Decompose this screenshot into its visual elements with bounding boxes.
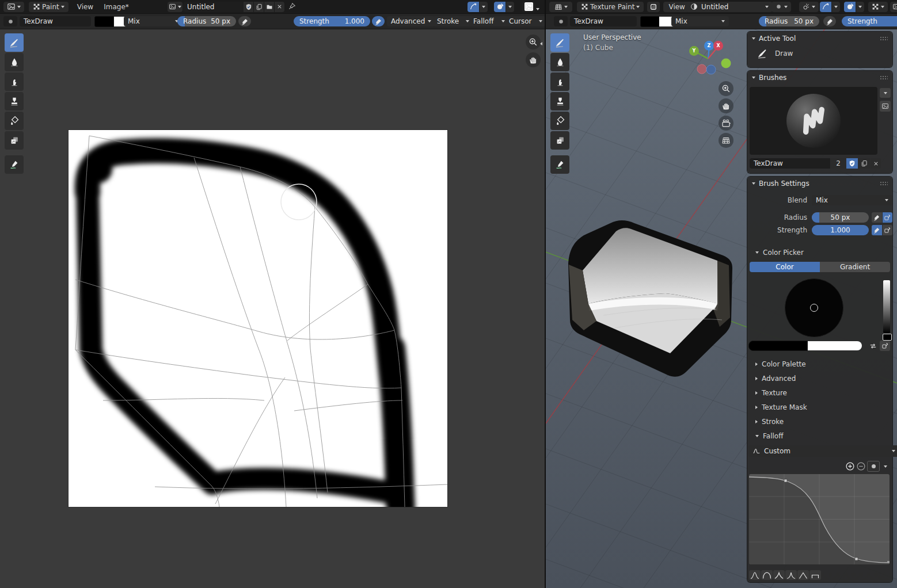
- radius-slider[interactable]: Radius 50 px: [177, 16, 236, 26]
- display-mode-button[interactable]: [771, 2, 791, 12]
- primary-color-swatch[interactable]: [94, 16, 114, 27]
- color-wheel-cursor[interactable]: [810, 304, 818, 312]
- secondary-color-swatch[interactable]: [808, 341, 862, 350]
- brush-fake-user-button[interactable]: [846, 158, 858, 169]
- viewport-ortho-button[interactable]: [719, 133, 733, 148]
- gizmo-x-neg[interactable]: [697, 64, 706, 74]
- falloff-preset-sharp[interactable]: [785, 570, 797, 580]
- brush-image-button[interactable]: [880, 101, 891, 112]
- strength-pressure-pen-button[interactable]: [872, 225, 881, 235]
- open-image-button[interactable]: [264, 2, 274, 12]
- unlink-image-button[interactable]: [275, 2, 284, 12]
- interaction-mode-select[interactable]: Texture Paint: [577, 2, 644, 12]
- gizmo-x-ball[interactable]: X: [713, 41, 723, 51]
- strength-slider[interactable]: Strength 1.000: [842, 16, 897, 26]
- brush-duplicate-button[interactable]: [858, 158, 870, 169]
- rotation-snap-toggle[interactable]: [844, 2, 856, 12]
- curve-point-end[interactable]: [887, 561, 890, 563]
- tool-mask[interactable]: [5, 131, 24, 150]
- falloff-preset-root[interactable]: [773, 570, 785, 580]
- advanced-popover[interactable]: Advanced: [387, 16, 435, 26]
- gizmo-y-ball[interactable]: Y: [689, 46, 699, 56]
- browse-image-button[interactable]: [168, 2, 183, 12]
- strength-pressure-button[interactable]: [372, 16, 385, 26]
- radius-pressure-button[interactable]: [823, 16, 836, 26]
- image-display-dropdown[interactable]: [536, 4, 539, 12]
- viewport-camera-button[interactable]: [719, 116, 733, 131]
- radius-slider[interactable]: 50 px: [812, 212, 869, 223]
- tab-gradient[interactable]: Gradient: [820, 262, 890, 272]
- brush-settings-header[interactable]: Brush Settings: [747, 177, 892, 190]
- pin-icon[interactable]: [288, 2, 296, 10]
- brush-preview-box[interactable]: [750, 87, 877, 155]
- clipped-header-button[interactable]: [890, 2, 897, 12]
- curve-point-2[interactable]: [855, 558, 858, 560]
- drag-handle-icon[interactable]: [880, 36, 888, 40]
- primary-color-swatch[interactable]: [640, 16, 659, 27]
- editor-type-button[interactable]: [3, 2, 24, 12]
- blend-mode-select[interactable]: Mix: [124, 16, 183, 26]
- rotation-snap-dropdown[interactable]: [856, 2, 864, 12]
- color-tablet-button[interactable]: [880, 341, 890, 351]
- texture-slot-select[interactable]: Untitled: [686, 2, 773, 12]
- strength-tablet-button[interactable]: [883, 225, 892, 235]
- value-slider[interactable]: [883, 280, 890, 333]
- strength-slider[interactable]: Strength 1.000: [294, 16, 370, 26]
- subpanel-texture-mask[interactable]: Texture Mask: [747, 400, 897, 414]
- gizmo-z-ball[interactable]: Z: [704, 41, 714, 51]
- editor-type-button[interactable]: [549, 2, 572, 12]
- texture-overlay-button[interactable]: [868, 2, 888, 12]
- curve-point-type-button[interactable]: [867, 461, 880, 472]
- proportional-falloff-toggle[interactable]: [820, 2, 831, 12]
- falloff-preset-smooth[interactable]: [749, 570, 761, 580]
- stroke-popover[interactable]: Stroke: [433, 16, 473, 26]
- subpanel-advanced[interactable]: Advanced: [747, 371, 897, 385]
- active-tool-header[interactable]: Active Tool: [747, 32, 892, 45]
- brush-unlink-button[interactable]: [871, 158, 881, 169]
- falloff-preset-select[interactable]: Custom: [748, 445, 897, 457]
- brush-user-count[interactable]: 2: [831, 158, 846, 169]
- spray-options-button[interactable]: [799, 2, 819, 12]
- tool-annotate[interactable]: [550, 155, 569, 174]
- tool-smear[interactable]: [5, 72, 24, 91]
- fake-user-button[interactable]: [244, 2, 253, 12]
- brush-name-field[interactable]: TexDraw: [20, 16, 91, 26]
- tool-clone[interactable]: [550, 92, 569, 110]
- brush-datablock-button[interactable]: [3, 16, 17, 26]
- color-picker-header[interactable]: Color Picker: [747, 245, 892, 259]
- tool-clone[interactable]: [5, 92, 24, 110]
- curve-point-1[interactable]: [784, 479, 787, 482]
- proportional-falloff-dropdown[interactable]: [832, 2, 840, 12]
- falloff-preset-sphere[interactable]: [761, 570, 773, 580]
- viewport-pan-button[interactable]: [719, 98, 733, 113]
- falloff-popover[interactable]: Falloff: [469, 16, 509, 26]
- subpanel-color-palette[interactable]: Color Palette: [747, 357, 897, 371]
- primary-color-swatch[interactable]: [748, 341, 808, 351]
- subpanel-stroke[interactable]: Stroke: [747, 414, 897, 429]
- paint-canvas[interactable]: [69, 130, 447, 507]
- subpanel-falloff[interactable]: Falloff: [747, 429, 897, 443]
- blend-mode-select[interactable]: Mix: [671, 16, 729, 26]
- tool-smear[interactable]: [550, 72, 569, 91]
- drag-handle-icon[interactable]: [880, 75, 888, 79]
- tool-fill[interactable]: [5, 112, 24, 130]
- proportional-falloff-toggle[interactable]: [467, 2, 479, 12]
- collapsed-menus-button[interactable]: [647, 2, 660, 12]
- gizmo-z-neg[interactable]: [706, 65, 716, 74]
- swap-colors-icon[interactable]: [869, 342, 877, 350]
- radius-pressure-button[interactable]: [238, 16, 251, 26]
- rotation-snap-toggle[interactable]: [494, 2, 505, 12]
- zoom-out-icon[interactable]: [856, 461, 866, 471]
- gizmo-y-neg[interactable]: [721, 59, 731, 68]
- image-name-field[interactable]: Untitled: [183, 2, 251, 12]
- radius-pressure-pen-button[interactable]: [872, 212, 881, 223]
- zoom-button[interactable]: [526, 35, 541, 49]
- tool-fill[interactable]: [550, 112, 569, 130]
- radius-slider[interactable]: Radius 50 px: [759, 16, 819, 26]
- radius-tablet-button[interactable]: [883, 212, 892, 223]
- strength-slider[interactable]: 1.000: [812, 225, 869, 235]
- paint-mode-select[interactable]: Paint: [29, 2, 69, 12]
- falloff-preset-constant[interactable]: [809, 570, 821, 580]
- brush-datablock-button[interactable]: [554, 16, 568, 26]
- color-wheel[interactable]: [785, 278, 843, 337]
